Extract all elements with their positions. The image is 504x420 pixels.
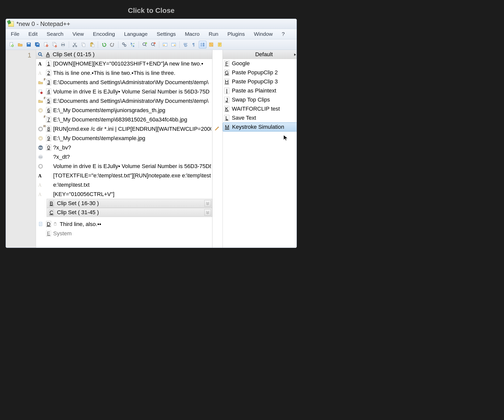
clip-text: [TOTEXTFILE="e:\temp\test.txt"][RUN]note…	[53, 172, 211, 179]
copy-icon[interactable]	[80, 41, 87, 48]
right-menu-item[interactable]: KWAITFORCLIP test	[223, 104, 297, 113]
right-menu-item[interactable]: LSave Text	[223, 113, 297, 122]
clip-text: E:\Documents and Settings\Administrator\…	[53, 98, 211, 104]
svg-text:RM: RM	[39, 156, 43, 158]
menu-search[interactable]: Search	[43, 30, 67, 38]
right-submenu-header-label: Default	[255, 51, 273, 58]
text-light-icon: A	[37, 191, 44, 197]
clip-text: Volume in drive E is EJully• Volume Seri…	[53, 163, 211, 170]
close-file-icon[interactable]	[42, 41, 50, 48]
svg-text:A: A	[38, 173, 42, 178]
clip-item[interactable]: A 2 This is line one.•This is line two.•…	[36, 68, 212, 78]
clip-item[interactable]: 8 [RUN]cmd.exe /c dir *.ini | CLIP[ENDRU…	[36, 124, 212, 134]
clip-text: ?x_dt?	[53, 154, 211, 160]
clip-item[interactable]: A e:\temp\test.txt	[36, 180, 212, 189]
clip-item[interactable]: E System	[36, 229, 212, 238]
clip-text: E:\_My Documents\temp\6839815026_60a34fc…	[53, 116, 211, 123]
clip-item[interactable]: 4 Volume in drive E is EJully• Volume Se…	[36, 87, 212, 96]
menu-language[interactable]: Language	[120, 30, 151, 38]
clip-item[interactable]: RM ?x_dt?	[36, 152, 212, 161]
replace-icon[interactable]: ba	[129, 41, 137, 48]
save-all-icon[interactable]	[34, 41, 41, 48]
sync-vscroll-icon[interactable]	[161, 41, 169, 48]
rm-faint-icon: RM	[37, 154, 44, 160]
right-menu-item[interactable]: FGoogle	[223, 59, 297, 68]
notepadpp-icon	[8, 21, 14, 27]
text-light-icon: A	[37, 182, 44, 188]
print-icon[interactable]	[59, 41, 67, 48]
toolbar-separator	[139, 41, 139, 48]
find-icon[interactable]	[120, 41, 128, 48]
editor-content[interactable]: A Clip Set ( 01-15 ) A 1 [DOWN][HOME][KE…	[36, 50, 297, 248]
menu-file[interactable]: File	[7, 30, 23, 38]
svg-point-16	[76, 46, 77, 47]
wordwrap-icon[interactable]	[182, 41, 189, 48]
menu-view[interactable]: View	[69, 30, 87, 38]
menu-edit[interactable]: Edit	[25, 30, 41, 38]
close-all-icon[interactable]	[51, 41, 58, 48]
doc-map-icon[interactable]	[216, 41, 224, 48]
clip-item[interactable]: 6 E:\_My Documents\temp\juniorsgrades_th…	[36, 106, 212, 115]
zoom-out-icon[interactable]	[149, 41, 157, 48]
new-file-icon[interactable]	[8, 41, 15, 48]
menu-settings[interactable]: Settings	[153, 30, 179, 38]
toolbar-separator	[98, 41, 98, 48]
menu-window[interactable]: Window	[250, 30, 276, 38]
text-bold-icon: A	[37, 61, 44, 67]
indent-guide-icon[interactable]	[199, 41, 206, 48]
zoom-in-icon[interactable]	[141, 41, 148, 48]
user-lang-icon[interactable]	[207, 41, 215, 48]
menu-label: Paste as Plaintext	[232, 87, 276, 94]
menu-macro[interactable]: Macro	[181, 30, 203, 38]
sync-hscroll-icon[interactable]	[170, 41, 177, 48]
ring-icon	[37, 126, 44, 132]
svg-rect-20	[91, 42, 92, 43]
clip-item[interactable]: 9 E:\_My Documents\temp\example.jpg	[36, 134, 212, 143]
ring-icon	[37, 163, 44, 169]
clip-index: 4	[46, 88, 51, 95]
svg-text:A: A	[38, 183, 42, 188]
menu-encoding[interactable]: Encoding	[89, 30, 119, 38]
clip-item[interactable]: A 1 [DOWN][HOME][KEY="001023SHIFT+END"]A…	[36, 59, 212, 68]
clip-item[interactable]: Volume in drive E is EJully• Volume Seri…	[36, 161, 212, 171]
clip-header-label: Clip Set ( 01-15 )	[53, 51, 94, 58]
right-menu-item-selected[interactable]: MKeystroke Simulation	[223, 122, 297, 132]
paste-icon[interactable]	[88, 41, 96, 48]
menu-plugins[interactable]: Plugins	[224, 30, 248, 38]
menu-run[interactable]: Run	[205, 30, 222, 38]
clip-subset[interactable]: C Clip Set ( 31-45 )	[47, 208, 212, 217]
undo-icon[interactable]	[100, 41, 108, 48]
click-to-close-banner[interactable]: Click to Close	[6, 7, 297, 15]
right-menu-item[interactable]: JSwap Top Clips	[223, 95, 297, 104]
clip-subset[interactable]: B Clip Set ( 16-30 )	[47, 199, 212, 208]
pencil-icon	[214, 125, 220, 132]
clip-item[interactable]: 7 E:\_My Documents\temp\6839815026_60a34…	[36, 115, 212, 124]
arrow-right-icon	[294, 51, 297, 58]
chevron-down-icon[interactable]	[204, 200, 211, 207]
clip-item[interactable]: 3 E:\Documents and Settings\Administrato…	[36, 78, 212, 87]
right-menu-item[interactable]: GPaste PopupClip 2	[223, 68, 297, 77]
open-file-icon[interactable]	[16, 41, 24, 48]
show-all-chars-icon[interactable]: ¶	[190, 41, 198, 48]
menu-help[interactable]: ?	[278, 30, 288, 38]
svg-rect-55	[39, 222, 42, 226]
clip-item[interactable]: 5 E:\Documents and Settings\Administrato…	[36, 96, 212, 106]
menu-label: Google	[232, 60, 250, 67]
save-icon[interactable]	[25, 41, 33, 48]
clip-index: E	[46, 230, 51, 237]
svg-text:A: A	[38, 71, 42, 76]
note-icon	[37, 89, 44, 95]
svg-point-23	[124, 45, 126, 46]
cut-icon[interactable]	[71, 41, 79, 48]
redo-icon[interactable]	[109, 41, 116, 48]
right-menu-item[interactable]: HPaste PopupClip 3	[223, 77, 297, 86]
clip-set-header[interactable]: A Clip Set ( 01-15 )	[36, 50, 212, 59]
right-menu-item[interactable]: IPaste as Plaintext	[223, 86, 297, 95]
right-submenu-header[interactable]: Default	[223, 50, 297, 59]
clip-item[interactable]: D Third line, also.••	[36, 219, 212, 229]
clip-item[interactable]: RM 0 ?x_bv?	[36, 143, 212, 152]
svg-text:RM: RM	[39, 146, 43, 149]
clip-item[interactable]: A [KEY="010056CTRL+V"]	[36, 189, 212, 199]
clip-item[interactable]: A [TOTEXTFILE="e:\temp\test.txt"][RUN]no…	[36, 171, 212, 180]
chevron-down-icon[interactable]	[204, 209, 211, 216]
